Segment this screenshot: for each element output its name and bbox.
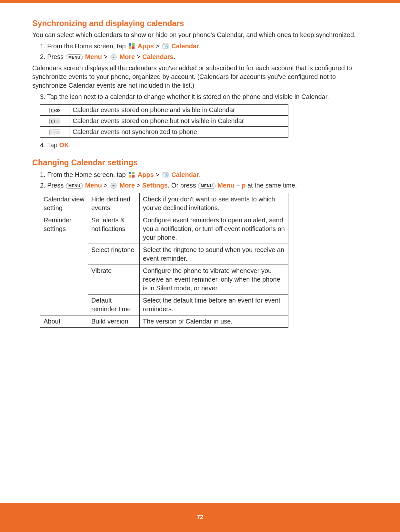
cell-setting: Select ringtone — [88, 244, 140, 265]
cell-desc: Check if you don't want to see events to… — [140, 193, 288, 214]
s2-menu-label-2: Menu — [217, 182, 234, 189]
cell-desc: The version of Calendar in use. — [140, 315, 288, 328]
step2-prefix: 2. Press — [40, 53, 65, 60]
calendar-icon — [162, 43, 169, 50]
not-synced-icon-cell — [40, 127, 69, 138]
page-footer: 72 — [0, 503, 400, 532]
svg-rect-1 — [132, 43, 135, 46]
more-label: More — [119, 53, 135, 60]
ok-label: OK — [59, 141, 69, 149]
cell-category: Calendar view setting — [40, 193, 88, 214]
settings-table: Calendar view setting Hide declined even… — [40, 193, 288, 328]
apps-icon — [128, 43, 135, 50]
s2-calendar-label: Calendar — [171, 171, 199, 178]
s2-step2-prefix: 2. Press — [40, 182, 65, 189]
sync-visible-icon-cell — [40, 105, 69, 116]
svg-rect-20 — [129, 175, 131, 178]
s2-apps-label: Apps — [138, 171, 154, 178]
svg-point-15 — [57, 121, 58, 122]
period-1: . — [199, 43, 201, 50]
calendar-label: Calendar — [171, 43, 199, 50]
heading-changing-settings: Changing Calendar settings — [32, 158, 368, 167]
svg-rect-24 — [164, 172, 164, 173]
sync-visible-desc: Calendar events stored on phone and visi… — [69, 105, 288, 116]
sync-steps-list: 1. From the Home screen, tap Apps > Cale… — [32, 41, 368, 62]
cell-setting: Default reminder time — [88, 295, 140, 315]
s2-sep-1: > — [155, 171, 161, 178]
sync-hidden-icon-cell — [40, 116, 69, 127]
or-press: . Or press — [168, 182, 198, 189]
table-row: Calendar view setting Hide declined even… — [40, 193, 288, 214]
sep-gt-2: > — [104, 53, 109, 60]
page-content: Synchronizing and displaying calendars Y… — [0, 3, 400, 328]
svg-point-17 — [57, 132, 58, 133]
svg-rect-6 — [164, 43, 164, 44]
sync-paragraph-2: Calendars screen displays all the calend… — [32, 64, 368, 90]
sep-gt-3: > — [137, 53, 142, 60]
settings-steps-list: 1. From the Home screen, tap Apps > Cale… — [32, 170, 368, 190]
menu-key-icon: MENU — [198, 183, 215, 189]
apps-label: Apps — [138, 43, 154, 50]
cell-desc: Select the ringtone to sound when you re… — [140, 244, 288, 265]
sync-visible-icon — [49, 108, 60, 113]
apps-icon — [128, 171, 135, 178]
table-row: Calendar events not synchronized to phon… — [40, 127, 288, 138]
more-icon — [110, 182, 117, 189]
not-synced-desc: Calendar events not synchronized to phon… — [69, 127, 288, 138]
svg-rect-2 — [129, 46, 131, 49]
svg-rect-19 — [132, 172, 135, 174]
sync-intro-paragraph: You can select which calendars to show o… — [32, 31, 368, 39]
table-row: Reminder settings Set alerts & notificat… — [40, 214, 288, 244]
more-icon — [110, 53, 117, 61]
table-row: Calendar events stored on phone but not … — [40, 116, 288, 127]
cell-setting: Hide declined events — [88, 193, 140, 214]
plus-sign: + — [234, 182, 242, 189]
cell-setting: Build version — [88, 315, 140, 328]
sync-hidden-icon — [49, 119, 60, 124]
svg-rect-25 — [167, 172, 167, 173]
s2-period-1: . — [199, 171, 201, 178]
cell-category: About — [40, 315, 88, 328]
svg-rect-5 — [163, 44, 168, 45]
settings-step-1: 1. From the Home screen, tap Apps > Cale… — [40, 170, 368, 180]
calendars-label: Calendars — [142, 53, 174, 60]
same-time-text: at the same time. — [245, 182, 297, 189]
cell-setting: Set alerts & notifications — [88, 214, 140, 244]
top-orange-bar — [0, 0, 400, 3]
cell-desc: Configure the phone to vibrate whenever … — [140, 265, 288, 295]
p-key-label: p — [242, 182, 245, 189]
menu-key-icon: MENU — [66, 54, 83, 60]
sync-step-1: 1. From the Home screen, tap Apps > Cale… — [40, 41, 368, 51]
cell-desc: Select the default time before an event … — [140, 295, 288, 315]
sync-step-2: 2. Press MENU Menu > More > Calendars. — [40, 52, 368, 62]
sync-step-3: 3. Tap the icon next to a calendar to ch… — [40, 92, 368, 102]
svg-rect-21 — [132, 175, 135, 178]
sync-hidden-desc: Calendar events stored on phone but not … — [69, 116, 288, 127]
not-synced-icon — [49, 130, 60, 135]
s2-sep-2: > — [104, 182, 109, 189]
menu-label: Menu — [85, 53, 102, 60]
s2-menu-label: Menu — [85, 182, 102, 189]
table-row: Calendar events stored on phone and visi… — [40, 105, 288, 116]
s2-sep-3: > — [137, 182, 142, 189]
svg-rect-23 — [163, 172, 168, 174]
s2-step1-prefix: 1. From the Home screen, tap — [40, 171, 127, 178]
step1-prefix: 1. From the Home screen, tap — [40, 43, 127, 50]
step4-prefix: 4. Tap — [40, 141, 59, 149]
sync-step-4: 4. Tap OK. — [40, 140, 368, 150]
period-2: . — [174, 53, 175, 60]
svg-rect-7 — [167, 43, 167, 44]
sync-status-table: Calendar events stored on phone and visi… — [40, 104, 288, 138]
sync-steps-list-2: 3. Tap the icon next to a calendar to ch… — [32, 92, 368, 102]
heading-sync-calendars: Synchronizing and displaying calendars — [32, 19, 368, 28]
cell-setting: Vibrate — [88, 265, 140, 295]
svg-rect-0 — [129, 43, 131, 46]
settings-label: Settings — [142, 182, 168, 189]
sep-gt-1: > — [155, 43, 161, 50]
menu-key-icon: MENU — [66, 183, 83, 189]
svg-rect-3 — [132, 46, 135, 49]
period-3: . — [69, 141, 71, 149]
sync-steps-list-3: 4. Tap OK. — [32, 140, 368, 150]
calendar-icon — [162, 171, 169, 178]
cell-category: Reminder settings — [40, 214, 88, 315]
